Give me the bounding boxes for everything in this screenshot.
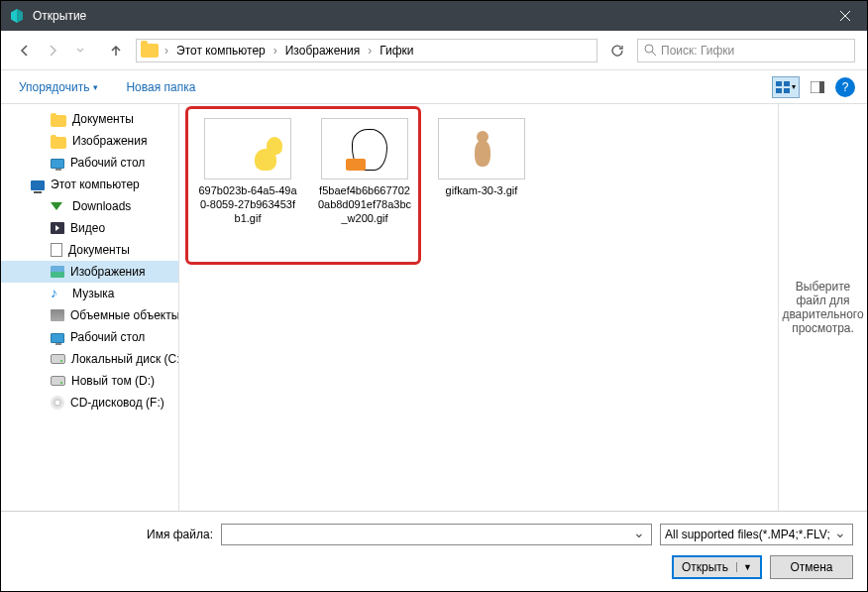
crumb-2[interactable]: Гифки: [374, 40, 419, 61]
address-bar[interactable]: › Этот компьютер › Изображения › Гифки: [136, 39, 597, 62]
sidebar-item-4[interactable]: Downloads: [1, 195, 178, 217]
sidebar-item-label: Новый том (D:): [71, 374, 155, 388]
file-thumbnail: [204, 118, 291, 179]
sidebar-item-label: Рабочий стол: [70, 330, 145, 344]
refresh-button[interactable]: [605, 39, 629, 62]
sidebar-item-label: CD-дисковод (F:): [70, 396, 164, 410]
sidebar-item-label: Документы: [72, 112, 134, 126]
sidebar-item-label: Downloads: [72, 199, 131, 213]
file-thumbnail: [438, 118, 525, 179]
organize-button[interactable]: Упорядочить▾: [13, 76, 104, 98]
sidebar-item-label: Рабочий стол: [70, 156, 145, 170]
svg-rect-3: [776, 88, 782, 93]
sidebar-item-6[interactable]: Документы: [1, 239, 178, 261]
sidebar-item-label: Изображения: [70, 265, 145, 279]
nav-row: › Этот компьютер › Изображения › Гифки: [1, 31, 867, 70]
history-dropdown[interactable]: [68, 39, 92, 62]
sidebar-item-13[interactable]: CD-дисковод (F:): [1, 392, 178, 414]
thumbnails-icon: [776, 81, 790, 93]
filename-label: Имя файла:: [15, 528, 213, 541]
file-type-filter[interactable]: All supported files(*.MP4;*.FLV;: [660, 524, 853, 545]
titlebar: Открытие: [1, 1, 867, 31]
help-icon: ?: [842, 80, 849, 94]
filename-input[interactable]: [221, 524, 652, 545]
forward-button[interactable]: [41, 39, 64, 62]
window-title: Открытие: [33, 9, 822, 23]
sidebar-item-8[interactable]: ♪Музыка: [1, 283, 178, 304]
forward-icon: [45, 43, 60, 59]
view-mode-button[interactable]: ▾: [772, 76, 800, 98]
svg-point-0: [645, 45, 653, 53]
crumb-sep: ›: [366, 44, 374, 58]
sidebar-item-5[interactable]: Видео: [1, 217, 178, 239]
new-folder-button[interactable]: Новая папка: [120, 76, 201, 98]
sidebar: ДокументыИзображенияРабочий столЭтот ком…: [1, 104, 179, 511]
filename-row: Имя файла: All supported files(*.MP4;*.F…: [15, 524, 853, 545]
close-button[interactable]: [822, 1, 867, 31]
folder-icon: [141, 44, 159, 58]
file-name: gifkam-30-3.gif: [446, 183, 518, 197]
svg-rect-2: [784, 81, 790, 86]
sidebar-item-7[interactable]: Изображения: [1, 261, 178, 283]
file-name: f5baef4b6b667702 0ab8d091ef78a3bc_w200.g…: [315, 183, 414, 225]
up-button[interactable]: [104, 39, 128, 62]
crumb-0[interactable]: Этот компьютер: [170, 40, 271, 61]
sidebar-item-1[interactable]: Изображения: [1, 130, 178, 152]
main-area: 697b023b-64a5-49a0-8059-27b963453fb1.gif…: [179, 104, 867, 511]
sidebar-item-2[interactable]: Рабочий стол: [1, 152, 178, 174]
file-thumbnail: [321, 118, 408, 179]
back-button[interactable]: [13, 39, 37, 62]
open-dropdown[interactable]: ▼: [736, 562, 752, 572]
sidebar-item-11[interactable]: Локальный диск (C:): [1, 348, 178, 370]
svg-rect-1: [776, 81, 782, 86]
dialog-body: ДокументыИзображенияРабочий столЭтот ком…: [1, 104, 867, 511]
toolbar: Упорядочить▾ Новая папка ▾ ?: [1, 70, 867, 104]
button-row: Открыть▼ Отмена: [15, 555, 853, 579]
file-item-1[interactable]: f5baef4b6b667702 0ab8d091ef78a3bc_w200.g…: [310, 118, 419, 225]
cancel-button[interactable]: Отмена: [770, 555, 853, 579]
sidebar-item-10[interactable]: Рабочий стол: [1, 326, 178, 348]
help-button[interactable]: ?: [835, 77, 855, 97]
sidebar-item-9[interactable]: Объемные объекты: [1, 304, 178, 326]
files-area[interactable]: 697b023b-64a5-49a0-8059-27b963453fb1.gif…: [179, 104, 778, 511]
search-input[interactable]: [661, 44, 848, 58]
search-box[interactable]: [637, 39, 855, 62]
sidebar-item-0[interactable]: Документы: [1, 108, 178, 130]
sidebar-item-label: Локальный диск (C:): [71, 352, 179, 366]
file-name: 697b023b-64a5-49a0-8059-27b963453fb1.gif: [198, 183, 297, 225]
sidebar-item-label: Документы: [68, 243, 130, 257]
refresh-icon: [610, 44, 624, 58]
app-icon: [9, 8, 25, 24]
sidebar-item-label: Музыка: [72, 287, 114, 300]
file-item-0[interactable]: 697b023b-64a5-49a0-8059-27b963453fb1.gif: [193, 118, 302, 225]
close-icon: [839, 10, 851, 22]
view-buttons: ▾ ?: [772, 76, 855, 98]
up-icon: [108, 43, 124, 59]
chevron-down-icon: [75, 46, 85, 56]
crumb-1[interactable]: Изображения: [279, 40, 366, 61]
chevron-down-icon: ▾: [792, 82, 796, 91]
svg-rect-6: [819, 81, 824, 93]
file-open-dialog: Открытие › Этот компьютер › Изображения …: [0, 0, 868, 592]
preview-text: Выберите файл для дварительного просмотр…: [782, 280, 863, 335]
bottom-bar: Имя файла: All supported files(*.MP4;*.F…: [1, 511, 867, 591]
sidebar-item-label: Этот компьютер: [51, 178, 140, 191]
nav-arrows: [13, 39, 92, 62]
open-button[interactable]: Открыть▼: [672, 555, 762, 579]
search-icon: [644, 44, 657, 57]
sidebar-item-3[interactable]: Этот компьютер: [1, 174, 178, 195]
svg-rect-4: [784, 88, 790, 93]
preview-pane: Выберите файл для дварительного просмотр…: [778, 104, 867, 511]
crumb-sep: ›: [163, 44, 170, 58]
crumb-sep: ›: [271, 44, 279, 58]
preview-pane-icon: [811, 81, 824, 93]
sidebar-item-label: Видео: [70, 221, 105, 235]
chevron-down-icon: ▾: [93, 82, 98, 92]
sidebar-item-12[interactable]: Новый том (D:): [1, 370, 178, 392]
sidebar-item-label: Объемные объекты: [70, 308, 179, 322]
back-icon: [17, 43, 33, 59]
preview-pane-button[interactable]: [804, 76, 831, 98]
sidebar-item-label: Изображения: [72, 134, 147, 148]
file-item-2[interactable]: gifkam-30-3.gif: [427, 118, 536, 197]
